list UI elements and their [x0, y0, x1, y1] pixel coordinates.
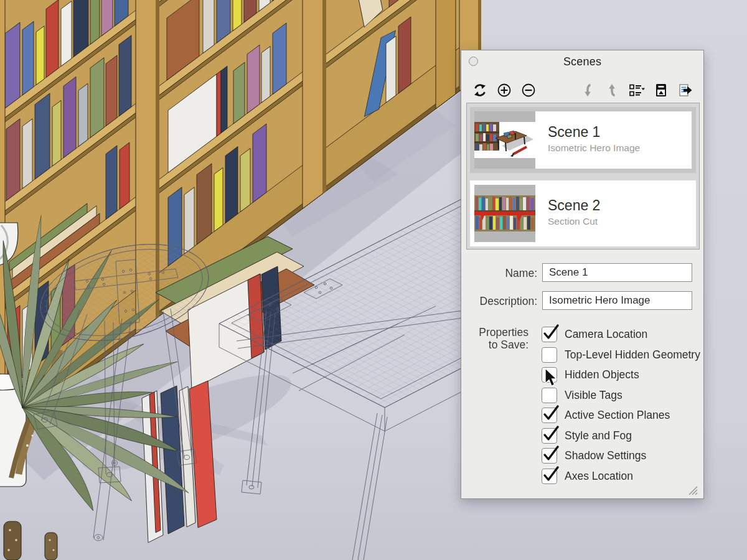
scene-title: Scene 2 — [548, 197, 692, 213]
scene-list-item-1[interactable]: Scene 1 Isometric Hero Image — [470, 107, 696, 173]
checkbox-row-style-and-fog: Style and Fog — [542, 428, 632, 444]
view-options-button[interactable] — [629, 82, 645, 98]
checkbox-row-top-level-hidden-geometry: Top-Level Hidden Geometry — [542, 347, 700, 363]
panel-title: Scenes — [461, 55, 703, 68]
properties-to-save-label: Properties to Save: — [461, 327, 529, 351]
remove-scene-button[interactable] — [520, 82, 537, 98]
update-scenes-button[interactable] — [472, 82, 488, 98]
minus-circle-icon — [521, 83, 536, 98]
check-icon — [542, 404, 560, 422]
checkbox-row-active-section-planes: Active Section Planes — [542, 408, 670, 423]
check-icon — [542, 465, 560, 483]
top-level-hidden-geometry-checkbox[interactable] — [542, 347, 557, 363]
list-view-icon — [629, 83, 645, 98]
check-icon — [542, 324, 560, 341]
panel-header: Scenes — [461, 50, 703, 70]
show-details-button[interactable] — [677, 82, 693, 98]
scene-list: Scene 1 Isometric Hero Image — [466, 103, 700, 250]
description-input[interactable] — [542, 291, 692, 310]
scene-2-thumbnail — [474, 185, 535, 242]
scene-subtitle: Isometric Hero Image — [548, 142, 692, 154]
scene-list-item-2[interactable]: Scene 2 Section Cut — [470, 180, 696, 246]
description-label: Description: — [470, 295, 537, 308]
document-arrow-icon — [678, 83, 693, 98]
name-label: Name: — [470, 267, 537, 280]
move-scene-up-button[interactable] — [604, 82, 621, 98]
checkbox-row-visible-tags: Visible Tags — [542, 388, 622, 403]
arrow-down-icon — [581, 83, 596, 98]
plus-circle-icon — [497, 83, 512, 98]
active-section-planes-checkbox[interactable] — [542, 408, 557, 423]
camera-location-checkbox[interactable] — [542, 327, 557, 342]
mouse-cursor — [544, 368, 559, 388]
check-icon — [542, 445, 560, 462]
toggle-details-button[interactable] — [653, 82, 669, 98]
scenes-panel: Scenes — [461, 50, 704, 499]
checkbox-row-axes-location: Axes Location — [542, 469, 633, 484]
check-icon — [542, 425, 560, 442]
scene-title: Scene 1 — [548, 124, 692, 140]
checkbox-row-camera-location: Camera Location — [542, 327, 647, 342]
resize-grip[interactable] — [687, 485, 700, 496]
axes-location-checkbox[interactable] — [542, 469, 557, 484]
visible-tags-checkbox[interactable] — [542, 388, 557, 403]
scenes-toolbar — [467, 80, 697, 100]
checkbox-row-shadow-settings: Shadow Settings — [542, 448, 646, 464]
shadow-settings-checkbox[interactable] — [542, 448, 557, 464]
name-input[interactable] — [542, 263, 692, 282]
style-and-fog-checkbox[interactable] — [542, 428, 557, 444]
refresh-icon — [472, 83, 487, 98]
scene-1-thumbnail — [474, 111, 535, 169]
details-toggle-icon — [654, 83, 669, 98]
scene-subtitle: Section Cut — [548, 216, 692, 227]
arrow-up-icon — [605, 83, 620, 98]
add-scene-button[interactable] — [496, 82, 512, 98]
move-scene-down-button[interactable] — [580, 82, 596, 98]
